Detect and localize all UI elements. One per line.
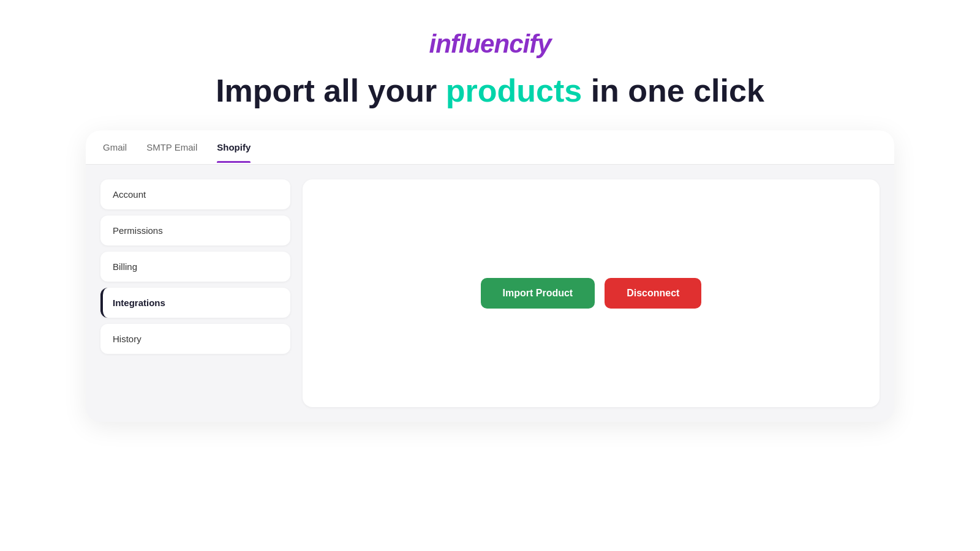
headline-prefix: Import all your: [216, 73, 446, 108]
tab-gmail[interactable]: Gmail: [103, 132, 127, 162]
tab-shopify[interactable]: Shopify: [217, 132, 251, 162]
sidebar-item-permissions[interactable]: Permissions: [100, 216, 290, 246]
sidebar: Account Permissions Billing Integrations…: [100, 179, 290, 407]
disconnect-button[interactable]: Disconnect: [605, 278, 701, 309]
main-content-panel: Import Product Disconnect: [303, 179, 880, 407]
logo-area: influencify: [429, 29, 551, 59]
headline-suffix: in one click: [582, 73, 764, 108]
sidebar-item-billing[interactable]: Billing: [100, 252, 290, 282]
main-card: Gmail SMTP Email Shopify Account Permiss…: [86, 130, 894, 422]
tabs-row: Gmail SMTP Email Shopify: [86, 130, 894, 165]
sidebar-item-history[interactable]: History: [100, 324, 290, 354]
content-area: Account Permissions Billing Integrations…: [86, 165, 894, 422]
logo: influencify: [429, 29, 551, 58]
sidebar-item-account[interactable]: Account: [100, 179, 290, 209]
action-buttons: Import Product Disconnect: [481, 278, 702, 309]
import-product-button[interactable]: Import Product: [481, 278, 595, 309]
sidebar-item-integrations[interactable]: Integrations: [100, 288, 290, 318]
headline-highlight: products: [446, 73, 582, 108]
page-headline: Import all your products in one click: [216, 73, 764, 108]
tab-smtp[interactable]: SMTP Email: [146, 132, 197, 162]
